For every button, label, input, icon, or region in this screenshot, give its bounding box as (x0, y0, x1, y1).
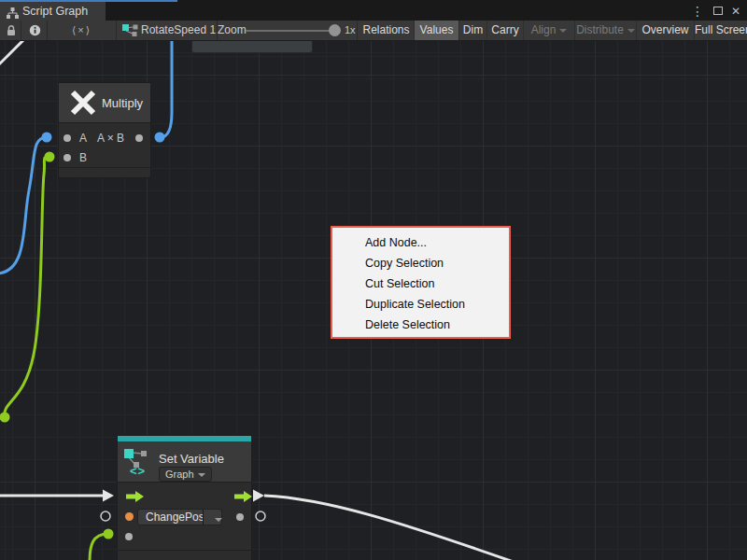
info-icon (29, 24, 41, 36)
node-title: Multiply (102, 96, 143, 110)
green-port-dot[interactable] (0, 413, 10, 423)
script-machine-icon (122, 24, 138, 40)
connection-blue-input-a (0, 137, 47, 273)
dim-button[interactable]: Dim (459, 21, 487, 40)
variable-name-dropdown[interactable]: ChangePos (137, 509, 213, 525)
overview-button[interactable]: Overview (637, 21, 695, 40)
variable-name-dropdown-button[interactable] (203, 509, 222, 525)
toolbar-buttons: Relations Values Dim Carry Align Distrib… (359, 21, 747, 40)
input-value-port[interactable] (125, 533, 133, 540)
connection-white-topleft (0, 41, 25, 65)
fullscreen-button[interactable]: Full Screen (695, 21, 747, 40)
menu-item-cut-selection[interactable]: Cut Selection (332, 273, 509, 294)
chevron-down-icon (559, 29, 567, 33)
context-menu: Add Node... Copy Selection Cut Selection… (331, 226, 511, 339)
partial-field (191, 41, 313, 53)
multiply-node-header[interactable]: Multiply (59, 83, 150, 123)
control-input-arrow-icon[interactable] (126, 491, 144, 502)
maximize-icon[interactable] (713, 7, 723, 15)
relations-button[interactable]: Relations (359, 21, 415, 40)
variable-scope-dropdown[interactable]: Graph (159, 467, 212, 482)
graph-toolbar: ⟨×⟩ RotateSpeed 1 Zoom 1x Relations Valu… (0, 21, 747, 41)
node-set-variable[interactable]: <> Set Variable Graph ChangePos (117, 435, 252, 560)
node-multiply[interactable]: Multiply A A × B B (58, 82, 151, 178)
green-port-dot[interactable] (104, 529, 114, 539)
node-title: Set Variable (159, 452, 224, 466)
node-footer (118, 550, 251, 560)
zoom-value: 1x (345, 21, 356, 40)
menu-item-delete-selection[interactable]: Delete Selection (332, 315, 509, 335)
empty-port-ring[interactable] (256, 511, 265, 521)
zoom-label: Zoom (218, 21, 247, 40)
port-label-a: A (79, 132, 87, 145)
chevron-down-icon (198, 473, 205, 477)
input-port-a[interactable] (63, 134, 71, 142)
close-icon[interactable]: ✕ (731, 3, 740, 20)
distribute-dropdown[interactable]: Distribute (575, 21, 637, 40)
values-button[interactable]: Values (415, 21, 459, 40)
info-button[interactable] (21, 21, 48, 40)
zoom-slider-handle[interactable] (329, 24, 341, 36)
flow-arrowhead-icon (253, 490, 264, 502)
output-port-result[interactable] (135, 134, 143, 142)
menu-item-add-node[interactable]: Add Node... (332, 232, 509, 253)
lock-button[interactable] (0, 21, 21, 40)
green-port-dot[interactable] (45, 152, 55, 162)
output-value-port[interactable] (236, 513, 244, 521)
tab-script-graph[interactable]: Script Graph (0, 2, 106, 21)
input-port-b[interactable] (63, 154, 71, 161)
zoom-slider-track[interactable] (246, 30, 332, 32)
chevron-down-icon (627, 29, 635, 33)
node-footer (59, 167, 150, 178)
chevron-down-icon (215, 518, 222, 522)
set-variable-node-header[interactable]: <> Set Variable Graph (118, 441, 251, 483)
lock-icon (6, 24, 17, 36)
variable-name-port[interactable] (125, 512, 134, 521)
carry-button[interactable]: Carry (487, 21, 524, 40)
tab-bar: Script Graph ⋮ ✕ (0, 0, 747, 21)
machine-name: RotateSpeed 1 (141, 21, 216, 40)
connection-white-out-of-setvar (264, 496, 514, 560)
window-menu-icon[interactable]: ⋮ (691, 3, 704, 20)
port-label-result: A × B (97, 132, 124, 145)
empty-port-ring[interactable] (101, 511, 110, 521)
menu-item-copy-selection[interactable]: Copy Selection (332, 253, 509, 273)
flow-arrowhead-icon (103, 490, 114, 502)
tab-label: Script Graph (22, 2, 88, 21)
multiply-x-icon (69, 89, 97, 117)
connection-blue-output (161, 41, 172, 137)
connection-green-setvar (90, 534, 108, 560)
graph-breadcrumb[interactable]: RotateSpeed 1 (117, 21, 218, 40)
code-brackets-icon: <> (130, 464, 146, 478)
connection-green-input-b (5, 157, 49, 417)
blue-port-dot[interactable] (42, 133, 52, 143)
port-label-b: B (79, 151, 87, 164)
script-graph-window: Script Graph ⋮ ✕ ⟨×⟩ (0, 0, 747, 560)
align-dropdown[interactable]: Align (524, 21, 575, 40)
toolbar-separator (357, 21, 358, 40)
menu-item-duplicate-selection[interactable]: Duplicate Selection (332, 294, 509, 315)
code-preview-button[interactable]: ⟨×⟩ (48, 21, 117, 40)
control-output-arrow-icon[interactable] (234, 491, 252, 502)
blue-port-dot[interactable] (155, 133, 165, 143)
